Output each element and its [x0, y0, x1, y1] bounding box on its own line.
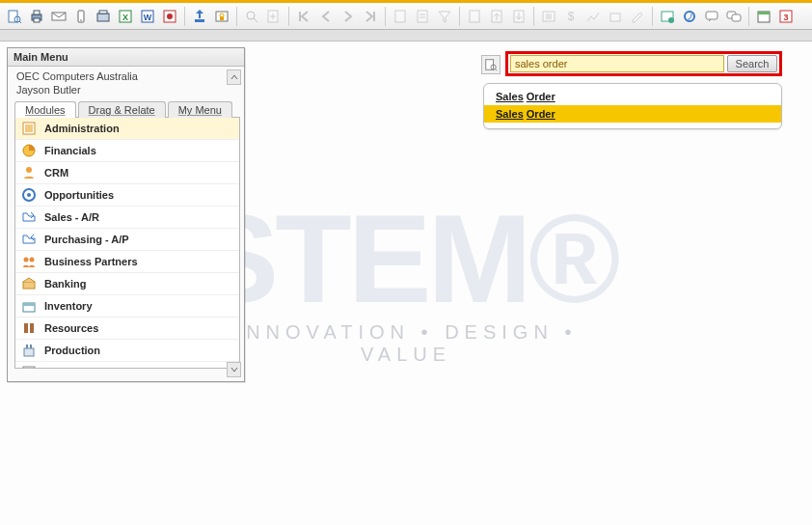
- window-title: Main Menu: [8, 48, 244, 67]
- lock-screen-icon[interactable]: [211, 6, 232, 27]
- export-excel-icon[interactable]: X: [115, 6, 136, 27]
- tab-drag-relate[interactable]: Drag & Relate: [78, 101, 166, 118]
- svg-rect-4: [34, 11, 40, 14]
- svg-rect-30: [610, 14, 620, 21]
- scroll-up-icon[interactable]: [227, 69, 241, 85]
- module-item-inventory[interactable]: Inventory: [15, 295, 239, 318]
- separator: [459, 7, 460, 26]
- svg-rect-56: [30, 345, 32, 348]
- module-item-partners[interactable]: Business Partners: [15, 251, 239, 273]
- prev-record-icon[interactable]: [315, 6, 337, 27]
- user-name: Jayson Butler: [11, 83, 244, 97]
- svg-line-21: [254, 18, 257, 22]
- volume-weight-icon[interactable]: [605, 6, 626, 27]
- target-doc-icon[interactable]: [508, 6, 529, 27]
- module-label: Purchasing - A/P: [44, 234, 129, 245]
- messages-overview-icon[interactable]: [723, 6, 744, 27]
- svg-rect-34: [706, 12, 717, 19]
- module-item-purchasing[interactable]: Purchasing - A/P: [15, 229, 239, 251]
- link-icon[interactable]: [679, 6, 700, 27]
- next-record-icon[interactable]: [338, 6, 359, 27]
- inventory-icon: [21, 298, 37, 314]
- svg-rect-49: [23, 282, 35, 289]
- search-input[interactable]: [510, 55, 724, 72]
- svg-rect-52: [24, 323, 28, 333]
- module-item-production[interactable]: Production: [15, 340, 239, 362]
- module-label: CRM: [44, 167, 68, 179]
- purchasing-icon: [21, 232, 37, 247]
- search-results-dropdown: Sales OrderSales Order: [483, 83, 782, 129]
- svg-point-32: [668, 17, 674, 23]
- fax-icon[interactable]: [93, 6, 114, 27]
- export-word-icon[interactable]: W: [137, 6, 158, 27]
- svg-rect-25: [470, 11, 479, 22]
- module-item-mrp[interactable]: MRP: [15, 362, 239, 369]
- calendar-icon[interactable]: [753, 6, 774, 27]
- find-icon[interactable]: [241, 6, 262, 27]
- svg-text:$: $: [568, 10, 575, 23]
- mail-icon[interactable]: [48, 6, 69, 27]
- watermark-tagline: INNOVATION • DESIGN • VALUE: [196, 320, 617, 365]
- export-pdf-icon[interactable]: [159, 6, 180, 27]
- first-record-icon[interactable]: [293, 6, 314, 27]
- svg-rect-51: [23, 303, 35, 306]
- messages-icon[interactable]: [701, 6, 722, 27]
- separator: [533, 7, 534, 26]
- module-label: Sales - A/R: [44, 211, 99, 223]
- doc2-icon[interactable]: [412, 6, 433, 27]
- filter-icon[interactable]: [434, 6, 455, 27]
- preview-icon[interactable]: [4, 6, 25, 27]
- layout-designer-icon[interactable]: [627, 6, 648, 27]
- svg-rect-54: [24, 348, 34, 356]
- svg-rect-10: [99, 11, 107, 14]
- payment-means-icon[interactable]: $: [560, 6, 582, 27]
- launch-app-icon[interactable]: [189, 6, 210, 27]
- module-label: Banking: [44, 278, 86, 290]
- sms-icon[interactable]: [70, 6, 92, 27]
- svg-rect-24: [418, 11, 427, 22]
- separator: [652, 7, 653, 26]
- doc1-icon[interactable]: [390, 6, 411, 27]
- scroll-down-icon[interactable]: [227, 362, 241, 377]
- transaction-journal-icon[interactable]: [538, 6, 559, 27]
- print-icon[interactable]: [26, 6, 47, 27]
- module-item-resources[interactable]: Resources: [15, 318, 239, 340]
- svg-point-44: [26, 167, 32, 173]
- query-manager-icon[interactable]: [657, 6, 678, 27]
- company-name: OEC Computers Australia: [11, 69, 244, 83]
- tab-my-menu[interactable]: My Menu: [168, 101, 232, 118]
- gross-profit-icon[interactable]: [582, 6, 604, 27]
- search-container: Search: [505, 51, 782, 76]
- toolbar: X W $ 3: [0, 3, 812, 30]
- separator: [748, 7, 749, 26]
- search-options-icon[interactable]: [481, 55, 501, 74]
- module-label: Opportunities: [44, 189, 114, 201]
- banking-icon: [21, 276, 37, 291]
- svg-rect-57: [23, 367, 35, 369]
- tab-modules[interactable]: Modules: [14, 101, 76, 118]
- module-item-crm[interactable]: CRM: [15, 162, 239, 184]
- module-item-opportunities[interactable]: Opportunities: [15, 184, 239, 207]
- module-item-admin[interactable]: Administration: [15, 118, 239, 140]
- base-doc-icon[interactable]: [486, 6, 507, 27]
- search-result-1[interactable]: Sales Order: [484, 105, 781, 123]
- search-result-0[interactable]: Sales Order: [484, 88, 781, 105]
- module-list[interactable]: AdministrationFinancialsCRMOpportunities…: [14, 118, 240, 369]
- module-item-financials[interactable]: Financials: [15, 140, 239, 162]
- module-label: Production: [44, 345, 100, 356]
- svg-text:3: 3: [783, 13, 788, 22]
- default-branch-icon[interactable]: 3: [775, 6, 797, 27]
- resources-icon: [21, 320, 37, 336]
- doc3-icon[interactable]: [464, 6, 485, 27]
- last-record-icon[interactable]: [360, 6, 381, 27]
- svg-rect-9: [97, 14, 109, 21]
- workspace: STEM® INNOVATION • DESIGN • VALUE Main M…: [0, 41, 812, 525]
- svg-text:W: W: [144, 13, 152, 22]
- svg-rect-23: [395, 11, 405, 22]
- opportunities-icon: [21, 187, 37, 203]
- mrp-icon: [21, 365, 37, 369]
- module-item-sales[interactable]: Sales - A/R: [15, 207, 239, 229]
- search-button[interactable]: Search: [727, 55, 777, 72]
- add-icon[interactable]: [263, 6, 284, 27]
- module-item-banking[interactable]: Banking: [15, 273, 239, 295]
